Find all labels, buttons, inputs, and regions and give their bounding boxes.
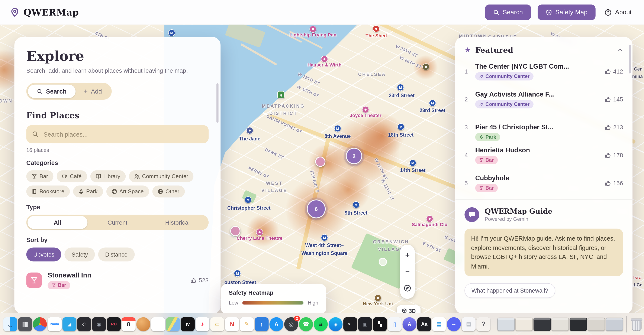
featured-item-cubbyhole[interactable]: 5CubbyholeBar156 bbox=[456, 169, 632, 197]
subway-station-marker[interactable]: M bbox=[409, 159, 416, 166]
appstore-icon[interactable]: A bbox=[269, 317, 283, 331]
window-preview[interactable] bbox=[534, 318, 551, 331]
category-chip-park[interactable]: Park bbox=[73, 186, 103, 198]
subway-station-marker[interactable]: M bbox=[397, 123, 404, 130]
help-icon[interactable]: ? bbox=[476, 317, 490, 331]
type-option-all[interactable]: All bbox=[28, 216, 88, 229]
dock-glyph: >_ bbox=[348, 322, 353, 326]
unity-icon[interactable]: ◇ bbox=[77, 317, 91, 331]
category-chip-bookstore[interactable]: Bookstore bbox=[26, 186, 70, 198]
cluster-marker[interactable]: 6 bbox=[307, 199, 326, 218]
whatsapp-icon[interactable]: ☎ bbox=[299, 317, 313, 331]
subway-station-marker[interactable]: M bbox=[429, 99, 436, 107]
red-n-app-icon[interactable]: N bbox=[225, 317, 239, 331]
orange-circle-app-icon[interactable] bbox=[136, 317, 150, 331]
subway-station-marker[interactable]: M bbox=[397, 84, 404, 91]
sort-chip-upvotes[interactable]: Upvotes bbox=[26, 247, 61, 261]
calendar-icon[interactable]: 8 bbox=[122, 317, 136, 331]
document-app-icon[interactable]: ▤ bbox=[462, 317, 476, 331]
poi-marker[interactable] bbox=[426, 215, 433, 222]
sort-chip-safety[interactable]: Safety bbox=[64, 247, 95, 261]
subway-station-marker[interactable]: M bbox=[244, 197, 252, 204]
dark-app-icon[interactable]: ◉ bbox=[92, 317, 106, 331]
window-preview[interactable] bbox=[516, 318, 533, 331]
suggestion-chip[interactable]: What happened at Stonewall? bbox=[464, 283, 555, 298]
window-preview[interactable] bbox=[570, 318, 587, 331]
music-icon[interactable]: ♪ bbox=[196, 317, 210, 331]
result-item-stonewall[interactable]: Stonewall Inn Bar 523 bbox=[26, 271, 208, 289]
freeform-icon[interactable]: ▭ bbox=[210, 317, 224, 331]
docker-icon[interactable]: ▤ bbox=[432, 317, 446, 331]
tab-add[interactable]: + Add bbox=[76, 85, 110, 98]
window-preview[interactable] bbox=[497, 318, 514, 331]
university-marker[interactable] bbox=[374, 295, 382, 302]
blue-utility-app-icon[interactable]: ↑ bbox=[254, 317, 268, 331]
search-nav-button[interactable]: Search bbox=[485, 4, 531, 20]
search-input[interactable] bbox=[43, 130, 203, 138]
dark-ide-icon[interactable]: ▣ bbox=[358, 317, 372, 331]
safety-map-nav-button[interactable]: Safety Map bbox=[538, 4, 596, 20]
subway-station-marker[interactable]: M bbox=[168, 29, 175, 36]
poi-marker[interactable] bbox=[256, 229, 263, 236]
finder-icon[interactable]: ◡ bbox=[3, 317, 17, 331]
category-chip-other[interactable]: Other bbox=[152, 186, 185, 198]
window-preview[interactable] bbox=[588, 318, 605, 331]
trash-icon[interactable] bbox=[630, 317, 643, 331]
category-chip-caf[interactable]: Café bbox=[57, 170, 87, 182]
poi-marker-dark[interactable] bbox=[422, 63, 430, 70]
category-chip-art-space[interactable]: Art Space bbox=[106, 186, 149, 198]
explore-scrollbar[interactable] bbox=[216, 83, 218, 123]
zoom-in-button[interactable]: + bbox=[400, 247, 415, 263]
category-chip-library[interactable]: Library bbox=[90, 170, 126, 182]
type-option-historical[interactable]: Historical bbox=[147, 216, 207, 229]
compass-button[interactable] bbox=[400, 280, 415, 297]
terminal-icon[interactable]: >_ bbox=[343, 317, 357, 331]
window-preview[interactable] bbox=[606, 318, 623, 331]
place-marker[interactable] bbox=[230, 226, 240, 236]
featured-item-the-center-nyc-lgbt-com[interactable]: 1The Center (NYC LGBT Com...Community Ce… bbox=[456, 57, 632, 85]
subway-station-marker[interactable]: M bbox=[234, 270, 241, 277]
appletv-icon[interactable]: tv bbox=[180, 317, 194, 331]
place-marker[interactable] bbox=[315, 157, 326, 167]
featured-scrollbar[interactable] bbox=[629, 45, 631, 73]
maps-icon[interactable] bbox=[166, 317, 180, 331]
vscode-icon[interactable]: ◢ bbox=[62, 317, 76, 331]
poi-marker[interactable] bbox=[310, 25, 316, 33]
featured-item-henrietta-hudson[interactable]: 4Henrietta HudsonBar178 bbox=[456, 141, 632, 169]
rider-icon[interactable]: RD bbox=[107, 317, 121, 331]
pencil-app-icon[interactable]: ✎ bbox=[240, 317, 254, 331]
subway-station-marker[interactable]: M bbox=[352, 201, 360, 208]
subway-station-marker[interactable]: M bbox=[321, 234, 328, 241]
purple-a-app-icon[interactable]: A bbox=[402, 317, 416, 331]
hotel-marker[interactable] bbox=[246, 127, 253, 134]
dictionary-icon[interactable]: Aa bbox=[417, 317, 431, 331]
tab-search[interactable]: Search bbox=[28, 85, 76, 98]
category-chip-bar[interactable]: Bar bbox=[26, 170, 53, 182]
notes-icon[interactable]: ≡ bbox=[151, 317, 165, 331]
launchpad-icon[interactable]: ▦ bbox=[18, 317, 32, 331]
discord-icon[interactable]: ⌣ bbox=[447, 317, 460, 331]
checker-app-icon[interactable]: ▚ bbox=[373, 317, 387, 331]
category-chip-community-center[interactable]: Community Center bbox=[129, 170, 194, 182]
poi-marker-red[interactable] bbox=[373, 25, 380, 32]
about-nav-button[interactable]: About bbox=[602, 4, 634, 20]
safari-icon[interactable]: ◈ bbox=[328, 317, 342, 331]
lens-app-icon[interactable]: ◎2 bbox=[284, 317, 298, 331]
zoom-icon[interactable]: zoom bbox=[48, 317, 62, 331]
iphone-mirroring-icon[interactable]: ▯ bbox=[388, 317, 402, 331]
featured-item-pier-45-christopher-st[interactable]: 3Pier 45 / Christopher St...Park213 bbox=[456, 113, 632, 141]
sort-chip-distance[interactable]: Distance bbox=[98, 247, 134, 261]
poi-marker[interactable] bbox=[362, 106, 369, 113]
chrome-icon[interactable]: ● bbox=[33, 317, 47, 331]
type-option-current[interactable]: Current bbox=[88, 216, 147, 229]
zoom-out-button[interactable]: − bbox=[400, 263, 415, 280]
poi-marker[interactable] bbox=[321, 56, 328, 63]
window-preview[interactable] bbox=[552, 318, 569, 331]
subway-station-marker[interactable]: M bbox=[334, 125, 341, 132]
spotify-icon[interactable]: ≋ bbox=[314, 317, 328, 331]
legend-low-label: Low bbox=[229, 300, 238, 306]
cluster-marker[interactable]: 2 bbox=[346, 148, 362, 164]
dock-glyph: A bbox=[274, 321, 278, 327]
chevron-up-icon[interactable] bbox=[617, 47, 623, 53]
featured-item-gay-activists-alliance-f[interactable]: 2Gay Activists Alliance F...Community Ce… bbox=[456, 85, 632, 113]
